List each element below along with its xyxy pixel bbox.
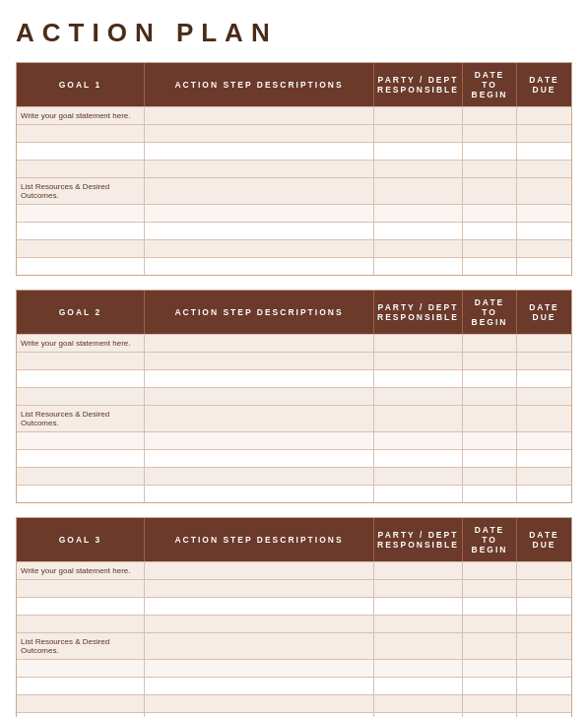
left-label-cell[interactable] — [17, 143, 145, 160]
left-label-cell[interactable] — [17, 580, 145, 597]
data-cell[interactable] — [463, 353, 517, 369]
data-cell[interactable] — [463, 388, 517, 405]
data-cell[interactable] — [517, 486, 571, 502]
data-cell[interactable] — [374, 388, 463, 405]
left-label-cell[interactable] — [17, 678, 145, 694]
data-cell[interactable] — [517, 178, 571, 204]
data-cell[interactable] — [145, 370, 374, 387]
data-cell[interactable] — [145, 633, 374, 659]
data-cell[interactable] — [517, 562, 571, 579]
data-cell[interactable] — [463, 205, 517, 222]
left-label-cell[interactable]: List Resources & Desired Outcomes. — [17, 406, 145, 431]
data-cell[interactable] — [374, 486, 463, 502]
data-cell[interactable] — [145, 616, 374, 632]
left-label-cell[interactable] — [17, 370, 145, 387]
data-cell[interactable] — [374, 107, 463, 124]
data-cell[interactable] — [374, 240, 463, 257]
data-cell[interactable] — [374, 143, 463, 160]
data-cell[interactable] — [463, 161, 517, 177]
data-cell[interactable] — [374, 125, 463, 142]
data-cell[interactable] — [145, 125, 374, 142]
data-cell[interactable] — [463, 660, 517, 677]
data-cell[interactable] — [517, 161, 571, 177]
data-cell[interactable] — [517, 258, 571, 275]
left-label-cell[interactable] — [17, 353, 145, 369]
data-cell[interactable] — [145, 143, 374, 160]
data-cell[interactable] — [517, 335, 571, 352]
data-cell[interactable] — [463, 695, 517, 712]
data-cell[interactable] — [517, 580, 571, 597]
data-cell[interactable] — [374, 598, 463, 615]
data-cell[interactable] — [463, 486, 517, 502]
data-cell[interactable] — [463, 450, 517, 467]
data-cell[interactable] — [145, 205, 374, 222]
data-cell[interactable] — [374, 713, 463, 717]
data-cell[interactable] — [463, 258, 517, 275]
data-cell[interactable] — [145, 258, 374, 275]
data-cell[interactable] — [145, 450, 374, 467]
data-cell[interactable] — [463, 178, 517, 204]
left-label-cell[interactable] — [17, 223, 145, 239]
data-cell[interactable] — [463, 580, 517, 597]
data-cell[interactable] — [463, 125, 517, 142]
data-cell[interactable] — [517, 406, 571, 431]
data-cell[interactable] — [517, 143, 571, 160]
left-label-cell[interactable] — [17, 258, 145, 275]
data-cell[interactable] — [463, 143, 517, 160]
data-cell[interactable] — [374, 432, 463, 449]
data-cell[interactable] — [374, 161, 463, 177]
left-label-cell[interactable] — [17, 125, 145, 142]
left-label-cell[interactable] — [17, 240, 145, 257]
data-cell[interactable] — [145, 598, 374, 615]
data-cell[interactable] — [463, 468, 517, 485]
data-cell[interactable] — [374, 633, 463, 659]
left-label-cell[interactable]: Write your goal statement here. — [17, 107, 145, 124]
left-label-cell[interactable] — [17, 432, 145, 449]
data-cell[interactable] — [463, 713, 517, 717]
data-cell[interactable] — [374, 562, 463, 579]
data-cell[interactable] — [517, 125, 571, 142]
data-cell[interactable] — [374, 370, 463, 387]
data-cell[interactable] — [463, 335, 517, 352]
data-cell[interactable] — [374, 258, 463, 275]
data-cell[interactable] — [374, 450, 463, 467]
left-label-cell[interactable] — [17, 598, 145, 615]
data-cell[interactable] — [463, 633, 517, 659]
data-cell[interactable] — [374, 353, 463, 369]
data-cell[interactable] — [145, 240, 374, 257]
data-cell[interactable] — [517, 240, 571, 257]
data-cell[interactable] — [374, 580, 463, 597]
data-cell[interactable] — [517, 468, 571, 485]
data-cell[interactable] — [463, 678, 517, 694]
data-cell[interactable] — [145, 107, 374, 124]
data-cell[interactable] — [374, 178, 463, 204]
data-cell[interactable] — [517, 695, 571, 712]
data-cell[interactable] — [374, 223, 463, 239]
data-cell[interactable] — [145, 353, 374, 369]
data-cell[interactable] — [145, 432, 374, 449]
data-cell[interactable] — [145, 406, 374, 431]
data-cell[interactable] — [145, 678, 374, 694]
data-cell[interactable] — [145, 223, 374, 239]
left-label-cell[interactable] — [17, 616, 145, 632]
left-label-cell[interactable] — [17, 388, 145, 405]
data-cell[interactable] — [463, 598, 517, 615]
data-cell[interactable] — [463, 240, 517, 257]
data-cell[interactable] — [517, 450, 571, 467]
data-cell[interactable] — [145, 178, 374, 204]
data-cell[interactable] — [517, 205, 571, 222]
data-cell[interactable] — [463, 223, 517, 239]
left-label-cell[interactable] — [17, 695, 145, 712]
data-cell[interactable] — [517, 616, 571, 632]
data-cell[interactable] — [463, 616, 517, 632]
data-cell[interactable] — [517, 370, 571, 387]
data-cell[interactable] — [463, 406, 517, 431]
data-cell[interactable] — [517, 432, 571, 449]
data-cell[interactable] — [374, 616, 463, 632]
data-cell[interactable] — [145, 580, 374, 597]
data-cell[interactable] — [374, 660, 463, 677]
left-label-cell[interactable] — [17, 205, 145, 222]
data-cell[interactable] — [145, 660, 374, 677]
left-label-cell[interactable] — [17, 713, 145, 717]
data-cell[interactable] — [517, 660, 571, 677]
